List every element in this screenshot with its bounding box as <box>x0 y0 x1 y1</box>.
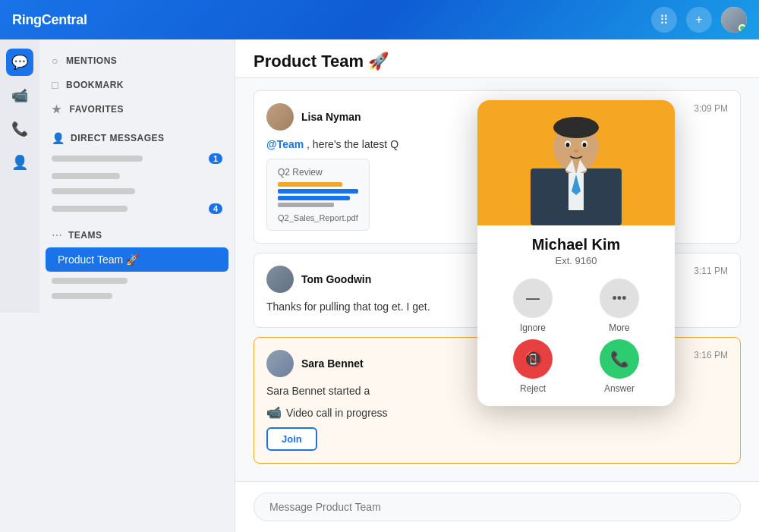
bookmark-icon: □ <box>52 79 58 91</box>
msg3-prefix: Sara Bennet started a <box>266 385 370 397</box>
msg2-suffix: et. I get. <box>392 301 430 313</box>
caller-ext: Ext. 9160 <box>490 255 663 266</box>
sidebar-team-bar-2[interactable] <box>39 288 235 304</box>
sidebar-item-bookmark[interactable]: □ BOOKMARK <box>39 73 235 97</box>
message-input-area <box>235 481 759 532</box>
join-button[interactable]: Join <box>266 427 317 451</box>
chart-bar-3 <box>278 196 350 200</box>
answer-button[interactable]: 📞 <box>600 339 639 379</box>
phone-icon-btn[interactable]: 📞 <box>6 115 33 143</box>
answer-icon: 📞 <box>610 350 629 368</box>
more-action[interactable]: ••• More <box>579 279 660 333</box>
dm-badge-4: 4 <box>209 203 222 214</box>
more-label: More <box>609 323 629 333</box>
msg2-time: 3:11 PM <box>694 266 728 276</box>
msg3-time: 3:16 PM <box>694 350 728 360</box>
caller-name: Michael Kim <box>490 236 663 253</box>
dm-item-3[interactable] <box>39 184 235 199</box>
ignore-label: Ignore <box>520 323 546 333</box>
sidebar-item-favorites[interactable]: ★ FAVORITES <box>39 97 235 121</box>
msg3-avatar <box>266 350 294 377</box>
video-call-text: Video call in progress <box>286 407 388 419</box>
messages-icon-btn[interactable]: 💬 <box>6 49 33 76</box>
page-title: Product Team 🚀 <box>254 52 741 71</box>
msg2-content: Thanks for pulling that tog <box>266 301 389 313</box>
team-bar-2 <box>52 293 112 299</box>
caller-image-svg <box>500 100 652 225</box>
answer-action[interactable]: 📞 Answer <box>579 339 660 394</box>
user-avatar[interactable] <box>721 7 747 33</box>
message-input[interactable] <box>254 493 741 521</box>
more-icon: ••• <box>613 291 627 307</box>
msg1-time: 3:09 PM <box>694 103 728 114</box>
dm-badge-1: 1 <box>209 153 222 164</box>
msg1-attachment[interactable]: Q2 Review Q2_Sales_Report.pdf <box>266 159 370 231</box>
msg3-sender: Sara Bennet <box>301 357 364 370</box>
dm-bar-3 <box>52 188 135 194</box>
sidebar-nav: ○ MENTIONS □ BOOKMARK ★ FAVORITES 👤 <box>39 39 235 313</box>
direct-messages-label: DIRECT MESSAGES <box>71 133 165 143</box>
content-header: Product Team 🚀 <box>235 39 759 78</box>
mentions-icon: ○ <box>52 55 58 67</box>
reject-label: Reject <box>520 383 546 394</box>
chart-bar-1 <box>278 182 342 187</box>
topnav-actions: ⠿ + <box>651 7 747 33</box>
msg1-suffix: , here's the latest Q <box>307 138 398 150</box>
dm-bar-2 <box>52 173 120 179</box>
video-call-status: 📹 Video call in progress <box>266 405 728 420</box>
file-name: Q2_Sales_Report.pdf <box>278 213 358 222</box>
svg-point-6 <box>553 117 599 138</box>
svg-point-10 <box>583 143 587 147</box>
call-actions: — Ignore ••• More 📵 Reject <box>477 271 675 406</box>
ignore-button[interactable]: — <box>513 279 553 318</box>
sidebar-team-bar-1[interactable] <box>39 273 235 288</box>
dm-bar-4 <box>52 206 128 212</box>
contacts-icon-btn[interactable]: 👤 <box>6 149 33 176</box>
main-layout: 💬 📹 📞 👤 ○ MENTIONS □ BOOKMARK <box>0 39 759 532</box>
add-button[interactable]: + <box>686 7 712 33</box>
content-area: Product Team 🚀 Lisa Nyman 3:09 PM @Team … <box>235 39 759 532</box>
chart-bar-4 <box>278 203 334 207</box>
reject-button[interactable]: 📵 <box>513 339 553 379</box>
msg1-sender: Lisa Nyman <box>301 111 361 123</box>
more-button[interactable]: ••• <box>600 279 639 318</box>
file-label: Q2 Review <box>278 167 358 178</box>
ignore-icon: — <box>526 291 540 307</box>
reject-action[interactable]: 📵 Reject <box>493 339 573 394</box>
msg1-avatar <box>266 103 294 131</box>
sidebar-icon-rail: 💬 📹 📞 👤 <box>0 39 39 313</box>
sidebar: 💬 📹 📞 👤 ○ MENTIONS □ BOOKMARK <box>0 39 235 532</box>
msg2-sender: Tom Goodwin <box>301 273 371 285</box>
product-team-label: Product Team 🚀 <box>58 253 139 266</box>
video-icon-btn[interactable]: 📹 <box>6 82 33 109</box>
dm-item-2[interactable] <box>39 168 235 184</box>
msg1-mention: @Team <box>266 138 304 150</box>
chart-bars <box>278 182 358 207</box>
msg2-avatar <box>266 266 294 293</box>
sidebar-item-mentions[interactable]: ○ MENTIONS <box>39 49 235 73</box>
dm-bar-1 <box>52 156 143 162</box>
online-indicator <box>739 24 746 32</box>
video-camera-icon: 📹 <box>266 405 282 420</box>
chart-bar-2 <box>278 189 358 194</box>
sidebar-item-product-team[interactable]: Product Team 🚀 <box>46 247 228 272</box>
svg-point-11 <box>574 150 578 153</box>
svg-point-9 <box>566 143 570 147</box>
answer-label: Answer <box>604 383 635 394</box>
top-navigation: RingCentral ⠿ + <box>0 0 759 39</box>
caller-info: Michael Kim Ext. 9160 <box>477 225 675 271</box>
apps-button[interactable]: ⠿ <box>651 7 677 33</box>
dm-item-4[interactable]: 4 <box>39 199 235 219</box>
incoming-call-overlay: Michael Kim Ext. 9160 — Ignore ••• Mo <box>477 100 675 406</box>
dm-item-1[interactable]: 1 <box>39 149 235 168</box>
favorites-icon: ★ <box>52 103 62 115</box>
caller-photo <box>477 100 675 225</box>
ignore-action[interactable]: — Ignore <box>493 279 573 333</box>
reject-icon: 📵 <box>524 350 543 368</box>
teams-label: TEAMS <box>68 230 102 241</box>
app-logo: RingCentral <box>12 12 651 28</box>
team-bar-1 <box>52 278 128 284</box>
